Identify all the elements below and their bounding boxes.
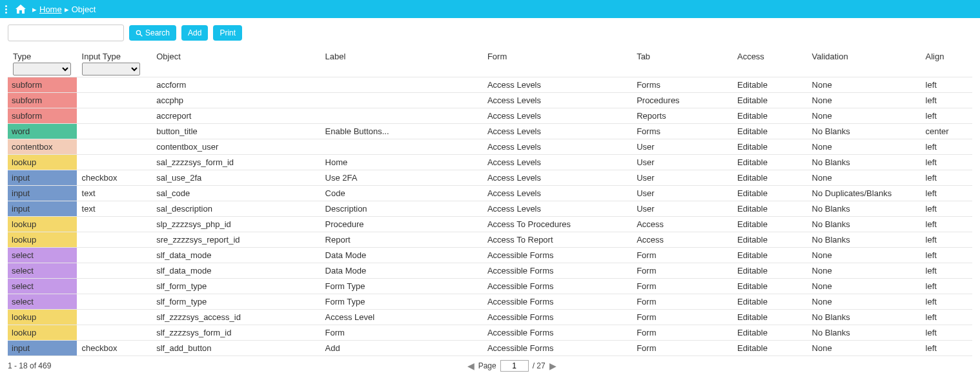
cell-access: Editable: [732, 325, 807, 341]
options-menu-icon[interactable]: [5, 5, 10, 14]
cell-validation: None: [807, 341, 921, 356]
table-row[interactable]: inputcheckboxslf_add_buttonAddAccessible…: [8, 341, 972, 356]
table-row[interactable]: inputtextsal_descriptionDescriptionAcces…: [8, 201, 972, 217]
cell-type: subform: [8, 93, 77, 108]
cell-label: Data Mode: [320, 263, 482, 279]
cell-label: [320, 77, 482, 93]
page-input[interactable]: [500, 360, 529, 372]
cell-tab: Forms: [631, 77, 732, 93]
pagination-footer: 1 - 18 of 469 ◀ Page / 27 ▶: [0, 356, 980, 378]
cell-input-type: [77, 294, 152, 310]
cell-align: left: [921, 186, 972, 201]
col-validation[interactable]: Validation: [807, 48, 921, 77]
col-input-type[interactable]: Input Type: [77, 48, 152, 77]
table-row[interactable]: inputcheckboxsal_use_2faUse 2FAAccess Le…: [8, 170, 972, 186]
col-access[interactable]: Access: [732, 48, 807, 77]
cell-input-type: [77, 263, 152, 279]
cell-validation: None: [807, 294, 921, 310]
cell-label: Procedure: [320, 217, 482, 232]
table-row[interactable]: lookupslp_zzzzsys_php_idProcedureAccess …: [8, 217, 972, 232]
cell-align: left: [921, 341, 972, 356]
svg-line-1: [140, 34, 142, 35]
cell-label: Enable Buttons...: [320, 124, 482, 139]
cell-align: left: [921, 294, 972, 310]
prev-page-icon[interactable]: ◀: [467, 361, 475, 371]
cell-form: Accessible Forms: [482, 310, 631, 325]
table-row[interactable]: lookupsre_zzzzsys_report_idReportAccess …: [8, 232, 972, 248]
cell-type: lookup: [8, 217, 77, 232]
table-row[interactable]: selectslf_data_modeData ModeAccessible F…: [8, 248, 972, 263]
search-input[interactable]: [8, 25, 124, 41]
cell-validation: None: [807, 77, 921, 93]
table-row[interactable]: subformaccreportAccess LevelsReportsEdit…: [8, 108, 972, 124]
col-tab[interactable]: Tab: [631, 48, 732, 77]
table-row[interactable]: selectslf_data_modeData ModeAccessible F…: [8, 263, 972, 279]
search-button[interactable]: Search: [129, 25, 176, 41]
cell-tab: Reports: [631, 108, 732, 124]
cell-object: slf_zzzzsys_form_id: [151, 325, 320, 341]
cell-object: slf_data_mode: [151, 248, 320, 263]
cell-tab: User: [631, 155, 732, 170]
cell-type: lookup: [8, 310, 77, 325]
cell-input-type: [77, 325, 152, 341]
cell-object: accform: [151, 77, 320, 93]
table-row[interactable]: subformaccformAccess LevelsFormsEditable…: [8, 77, 972, 93]
cell-validation: No Blanks: [807, 201, 921, 217]
cell-access: Editable: [732, 155, 807, 170]
cell-tab: Form: [631, 248, 732, 263]
table-row[interactable]: subformaccphpAccess LevelsProceduresEdit…: [8, 93, 972, 108]
cell-form: Access Levels: [482, 93, 631, 108]
cell-tab: Procedures: [631, 93, 732, 108]
cell-type: lookup: [8, 155, 77, 170]
cell-tab: Access: [631, 217, 732, 232]
print-button[interactable]: Print: [213, 25, 242, 41]
table-row[interactable]: wordbutton_titleEnable Buttons...Access …: [8, 124, 972, 139]
cell-type: subform: [8, 77, 77, 93]
table-row[interactable]: selectslf_form_typeForm TypeAccessible F…: [8, 279, 972, 294]
cell-validation: No Duplicates/Blanks: [807, 186, 921, 201]
table-row[interactable]: lookupslf_zzzzsys_form_idFormAccessible …: [8, 325, 972, 341]
cell-form: Accessible Forms: [482, 279, 631, 294]
cell-label: Add: [320, 341, 482, 356]
add-button[interactable]: Add: [181, 25, 208, 41]
cell-validation: None: [807, 93, 921, 108]
filter-type[interactable]: [13, 63, 71, 75]
cell-align: left: [921, 139, 972, 155]
col-object[interactable]: Object: [151, 48, 320, 77]
cell-align: left: [921, 232, 972, 248]
page-total: / 27: [533, 361, 546, 370]
table-row[interactable]: lookupslf_zzzzsys_access_idAccess LevelA…: [8, 310, 972, 325]
cell-type: lookup: [8, 325, 77, 341]
table-row[interactable]: selectslf_form_typeForm TypeAccessible F…: [8, 294, 972, 310]
next-page-icon[interactable]: ▶: [549, 361, 556, 371]
cell-tab: User: [631, 139, 732, 155]
cell-access: Editable: [732, 263, 807, 279]
cell-object: contentbox_user: [151, 139, 320, 155]
cell-tab: Form: [631, 294, 732, 310]
cell-align: left: [921, 93, 972, 108]
table-row[interactable]: inputtextsal_codeCodeAccess LevelsUserEd…: [8, 186, 972, 201]
cell-access: Editable: [732, 108, 807, 124]
cell-type: select: [8, 294, 77, 310]
cell-form: Access Levels: [482, 139, 631, 155]
col-form[interactable]: Form: [482, 48, 631, 77]
col-type[interactable]: Type: [8, 48, 77, 77]
cell-object: slf_zzzzsys_access_id: [151, 310, 320, 325]
cell-validation: None: [807, 139, 921, 155]
home-icon[interactable]: [15, 5, 26, 14]
cell-object: slf_form_type: [151, 294, 320, 310]
col-align[interactable]: Align: [921, 48, 972, 77]
cell-label: Home: [320, 155, 482, 170]
cell-input-type: checkbox: [77, 341, 152, 356]
col-label[interactable]: Label: [320, 48, 482, 77]
table-row[interactable]: lookupsal_zzzzsys_form_idHomeAccess Leve…: [8, 155, 972, 170]
cell-validation: No Blanks: [807, 217, 921, 232]
breadcrumb-home-link[interactable]: Home: [39, 5, 62, 14]
cell-label: Data Mode: [320, 248, 482, 263]
filter-input-type[interactable]: [82, 63, 140, 75]
cell-tab: Form: [631, 279, 732, 294]
cell-access: Editable: [732, 217, 807, 232]
table-row[interactable]: contentboxcontentbox_userAccess LevelsUs…: [8, 139, 972, 155]
cell-validation: No Blanks: [807, 232, 921, 248]
cell-form: Access Levels: [482, 201, 631, 217]
